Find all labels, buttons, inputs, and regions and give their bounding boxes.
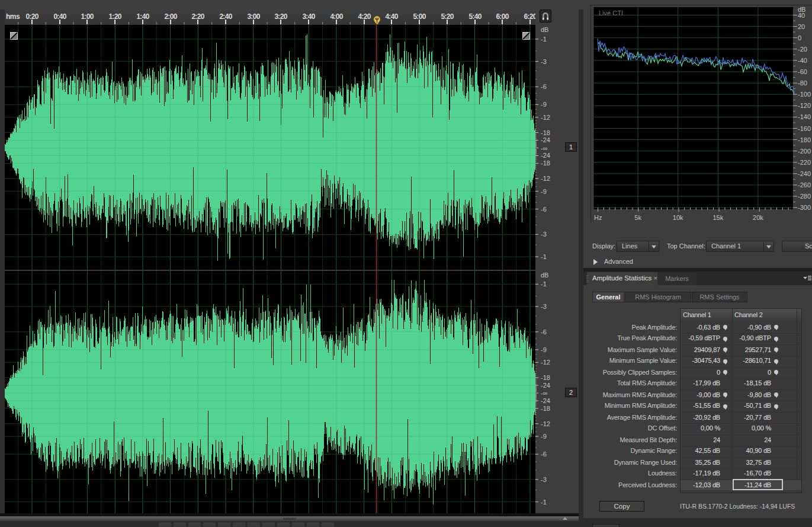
svg-text:-9: -9	[541, 346, 547, 353]
svg-text:-140: -140	[798, 113, 811, 120]
svg-text:20: 20	[798, 23, 805, 30]
svg-text:dB: dB	[798, 6, 805, 13]
svg-text:-9: -9	[541, 433, 547, 440]
svg-text:-180: -180	[798, 136, 811, 143]
svg-text:-12: -12	[541, 420, 550, 427]
svg-text:-6: -6	[541, 83, 547, 90]
svg-text:-300: -300	[798, 204, 811, 211]
svg-text:-80: -80	[798, 79, 807, 87]
svg-text:5k: 5k	[634, 214, 641, 221]
svg-text:-18: -18	[541, 374, 550, 381]
svg-text:-3: -3	[541, 303, 547, 310]
svg-text:-40: -40	[798, 57, 807, 64]
svg-text:-160: -160	[798, 125, 811, 132]
svg-text:-1: -1	[541, 36, 547, 43]
svg-text:-200: -200	[798, 148, 811, 155]
svg-text:-24: -24	[541, 382, 550, 389]
svg-text:-3: -3	[541, 58, 547, 65]
svg-text:0: 0	[798, 34, 801, 41]
svg-text:-∞: -∞	[541, 145, 548, 152]
svg-text:-1: -1	[541, 253, 547, 260]
svg-text:20k: 20k	[753, 214, 763, 221]
svg-text:-∞: -∞	[541, 389, 548, 397]
svg-text:-12: -12	[541, 175, 550, 182]
svg-text:-9: -9	[541, 101, 547, 108]
svg-text:-18: -18	[541, 405, 550, 412]
svg-text:-9: -9	[541, 188, 547, 195]
svg-text:15k: 15k	[712, 214, 723, 221]
svg-text:-6: -6	[541, 206, 547, 213]
svg-text:-18: -18	[541, 129, 550, 136]
svg-text:-1: -1	[541, 280, 547, 288]
svg-text:-60: -60	[798, 68, 807, 75]
svg-text:10k: 10k	[673, 214, 683, 221]
svg-text:Live CTI: Live CTI	[599, 9, 623, 17]
svg-text:-18: -18	[541, 159, 550, 167]
svg-text:Hz: Hz	[594, 214, 602, 221]
svg-text:-6: -6	[541, 328, 547, 336]
svg-text:-260: -260	[798, 181, 811, 189]
svg-text:dB: dB	[541, 26, 548, 33]
svg-text:-24: -24	[541, 136, 550, 143]
svg-text:-240: -240	[798, 170, 811, 177]
svg-text:-1: -1	[541, 499, 547, 506]
svg-text:-100: -100	[798, 91, 811, 98]
svg-text:-24: -24	[541, 397, 550, 404]
svg-text:-12: -12	[541, 114, 550, 121]
svg-text:dB: dB	[541, 272, 548, 279]
svg-text:-280: -280	[798, 193, 811, 200]
svg-text:-12: -12	[541, 359, 550, 366]
svg-text:-120: -120	[798, 102, 811, 109]
svg-text:-220: -220	[798, 159, 811, 166]
svg-text:-3: -3	[541, 476, 547, 483]
svg-text:-3: -3	[541, 231, 547, 238]
svg-text:-20: -20	[798, 46, 807, 53]
svg-text:-24: -24	[541, 152, 550, 159]
svg-text:-6: -6	[541, 451, 547, 458]
